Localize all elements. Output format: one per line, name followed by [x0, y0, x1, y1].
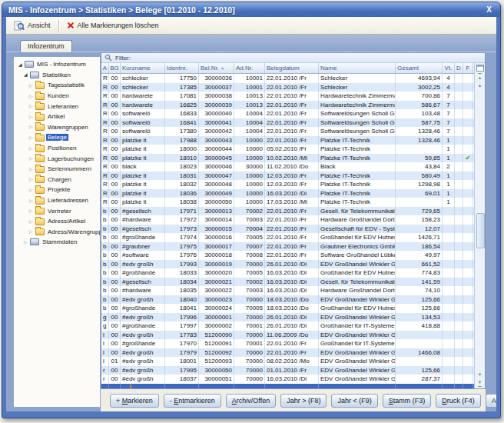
- tab-infozentrum[interactable]: Infozentrum: [20, 40, 72, 52]
- collapse-icon[interactable]: ◢: [18, 62, 25, 68]
- expand-icon[interactable]: ▷: [29, 176, 35, 182]
- scroll-to-bottom-icon[interactable]: ▼: [478, 378, 482, 387]
- close-button[interactable]: X: [484, 5, 494, 14]
- tree-item-positionen[interactable]: ▷Positionen: [14, 143, 100, 154]
- tree-item-warengruppen[interactable]: ▷Warengruppen: [14, 122, 100, 133]
- filter-row[interactable]: Filter:: [101, 53, 485, 63]
- table-row[interactable]: R00schlecker17750300000361000122.01.2010…: [101, 74, 474, 83]
- expand-icon[interactable]: ▷: [29, 228, 35, 235]
- tree-item-seriennummern[interactable]: ▷Seriennummern: [14, 164, 100, 175]
- table-row[interactable]: b00#großhande18033300000207000516.03.201…: [101, 268, 474, 278]
- tree-item-belege[interactable]: ▷Belege: [14, 132, 100, 143]
- table-row[interactable]: l00#edv großh17979512000927000022.01.201…: [101, 348, 474, 358]
- column-header-belnr[interactable]: Bel.Nr.▼: [199, 63, 234, 73]
- column-header-f[interactable]: F: [463, 63, 473, 73]
- footer-button-entmarkieren[interactable]: - Entmarkieren: [164, 394, 221, 408]
- tree-item-mis-infozentrum[interactable]: ◢MIS - Infozentrum: [14, 59, 100, 70]
- tree-item-lieferadressen[interactable]: ▷Lieferadressen: [14, 195, 100, 206]
- table-row[interactable]: l01#edv großh18001512000937000008.02.201…: [101, 357, 474, 366]
- table-row[interactable]: R00schlecker17385300000371000122.01.2010…: [101, 83, 474, 92]
- column-header-identnr[interactable]: Identnr.: [165, 63, 199, 73]
- scroll-down-icon[interactable]: ▼: [478, 371, 482, 378]
- table-row[interactable]: R00softwarelö16841300000411000422.01.201…: [101, 118, 474, 128]
- column-header-bg[interactable]: BG: [109, 63, 121, 73]
- column-header-adnr[interactable]: Ad.Nr.: [234, 63, 265, 73]
- expand-icon[interactable]: ▷: [29, 187, 35, 193]
- tree-item-artikel[interactable]: ▷Artikel: [14, 112, 100, 122]
- table-row[interactable]: R00black18023300000463000011.02.2010 /Do…: [101, 162, 474, 172]
- table-row[interactable]: g00#edv großh17996300000017000026.01.201…: [101, 313, 474, 322]
- expand-icon[interactable]: ▷: [29, 166, 35, 172]
- tree-item-stammdaten[interactable]: ▷Stammdaten: [14, 237, 100, 248]
- tree-item-tagesstatistik[interactable]: ▷Tagesstatistik: [14, 80, 100, 91]
- table-row[interactable]: r00#edv großh18037300000517000016.03.201…: [101, 375, 474, 384]
- expand-icon[interactable]: ▷: [24, 239, 30, 245]
- table-row[interactable]: b00#großhande17974300000167000522.01.201…: [101, 233, 474, 242]
- tree-item-statistiken[interactable]: ◢Statistiken: [14, 70, 100, 81]
- table-row[interactable]: g00#großhande17997300000027000126.01.201…: [101, 321, 474, 331]
- table-row[interactable]: b00#graubner17975300000177000722.01.2010…: [101, 242, 474, 251]
- title-bar[interactable]: MIS - Infozentrum > Statistiken > Belege…: [2, 2, 500, 17]
- table-row[interactable]: R00platzke it18000300000441000005.02.201…: [101, 145, 474, 154]
- table-row[interactable]: R00platzke it17988300000431000022.01.201…: [101, 136, 474, 145]
- tree-item-adress-warengruppen[interactable]: ▷Adress/Warengruppen: [14, 227, 100, 238]
- expand-icon[interactable]: ▷: [29, 124, 35, 130]
- scrollbar-thumb[interactable]: [476, 213, 485, 248]
- expand-icon[interactable]: ▷: [29, 208, 35, 214]
- table-row[interactable]: b00#gesellsch18034300000217000216.03.201…: [101, 278, 474, 287]
- footer-button-markieren[interactable]: + Markieren: [110, 394, 159, 408]
- table-row[interactable]: b00#gesellsch17971300000137000222.01.201…: [101, 207, 474, 216]
- expand-icon[interactable]: ▷: [29, 114, 35, 120]
- ansicht-button[interactable]: Ansicht: [9, 18, 55, 33]
- tree-item-adress-artikel[interactable]: ▷Adress/Artikel: [14, 216, 100, 227]
- footer-button-stamm-f3[interactable]: Stamm (F3): [383, 394, 432, 408]
- table-row[interactable]: R00platzke it18036300000491000016.03.201…: [101, 189, 474, 198]
- tree-item-vertreter[interactable]: ▷Vertreter: [14, 205, 100, 216]
- expand-icon[interactable]: ▷: [29, 82, 35, 88]
- table-row[interactable]: R00hardwarete16825300000391001322.01.201…: [101, 101, 474, 110]
- table-row[interactable]: R00platzke it18031300000471000012.03.201…: [101, 172, 474, 181]
- table-row[interactable]: R00softwarelö17380300000421000422.01.201…: [101, 127, 474, 136]
- expand-icon[interactable]: ▷: [29, 155, 35, 162]
- table-row[interactable]: b00#edv großh18040300000237000018.03.201…: [101, 295, 474, 305]
- tree-item-chargen[interactable]: ▷Chargen: [14, 175, 100, 185]
- table-row[interactable]: R00platzke it18032300000481000012.03.201…: [101, 180, 474, 189]
- table-row[interactable]: b00#gesellsch17973300000157000422.01.201…: [101, 225, 474, 234]
- expand-icon[interactable]: ▷: [29, 93, 35, 99]
- expand-icon[interactable]: ▷: [29, 145, 35, 152]
- footer-button-jahr-f8[interactable]: Jahr > (F8): [280, 394, 327, 408]
- column-header-d[interactable]: D: [455, 63, 463, 73]
- selected-empty-row[interactable]: [101, 384, 474, 389]
- expand-icon[interactable]: ▷: [29, 198, 35, 204]
- clear-marks-button[interactable]: Alle Markierungen löschen: [62, 19, 164, 32]
- footer-button-druck-f4[interactable]: Druck (F4): [436, 394, 481, 408]
- table-row[interactable]: b00#großhande18041300000247000518.03.201…: [101, 304, 474, 313]
- tree-item-kunden[interactable]: ▷Kunden: [14, 91, 100, 102]
- column-header-gesamt[interactable]: Gesamt: [396, 63, 443, 73]
- footer-button-auswertung[interactable]: Auswertung: [486, 394, 496, 408]
- expand-icon[interactable]: ▷: [29, 218, 35, 225]
- expand-icon[interactable]: ▷: [29, 103, 35, 109]
- scroll-to-top-icon[interactable]: ▲: [478, 73, 482, 82]
- column-chooser-icon[interactable]: [476, 65, 484, 72]
- column-header-kurzname[interactable]: Kurzname: [121, 63, 165, 73]
- table-row[interactable]: l00#großhande17970512000917000122.01.201…: [101, 339, 474, 348]
- table-row[interactable]: r00#edv großh17995300000507000001.01.201…: [101, 366, 474, 375]
- table-row[interactable]: R00platzke it18010300000451000010.02.201…: [101, 154, 474, 163]
- expand-icon[interactable]: ▷: [29, 135, 35, 141]
- column-header-a[interactable]: A: [101, 63, 109, 73]
- collapse-icon[interactable]: ◢: [24, 72, 30, 78]
- table-row[interactable]: b00#edv großh17993300000197000026.01.201…: [101, 260, 474, 269]
- table-row[interactable]: R00hardwarete17081300000381001322.01.201…: [101, 92, 474, 101]
- tree-item-lagerbuchungen[interactable]: ▷Lagerbuchungen: [14, 153, 100, 164]
- column-header-name[interactable]: Name: [319, 63, 396, 73]
- column-header-belegdatum[interactable]: Belegdatum: [265, 63, 319, 73]
- column-header-vt[interactable]: Vt.: [443, 63, 455, 73]
- table-row[interactable]: b00#hardware17972300000147000322.01.2010…: [101, 215, 474, 225]
- table-row[interactable]: b00#software17976300000187000822.01.2010…: [101, 251, 474, 260]
- tree-item-lieferanten[interactable]: ▷Lieferanten: [14, 101, 100, 112]
- table-row[interactable]: R00softwarelö16833300000401000422.01.201…: [101, 109, 474, 118]
- scroll-up-icon[interactable]: ▲: [478, 82, 482, 89]
- vertical-scrollbar[interactable]: ▲ ▲ ▼ ▼: [474, 63, 485, 388]
- footer-button-jahr-f9[interactable]: Jahr < (F9): [331, 394, 377, 408]
